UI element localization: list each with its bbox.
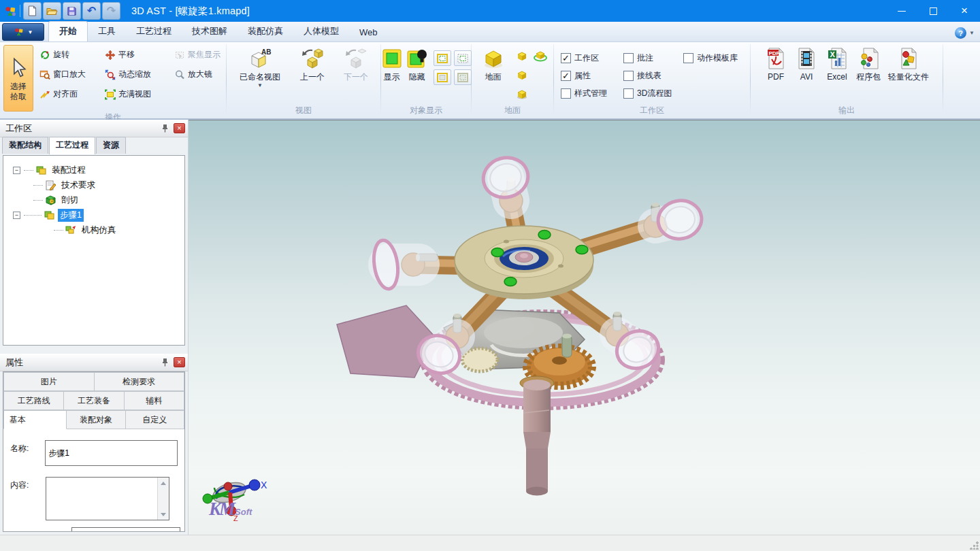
- application-menu-button[interactable]: ▼: [2, 23, 44, 41]
- display-mode-1-button[interactable]: [434, 50, 451, 66]
- tree-item-step1[interactable]: − 步骤1: [3, 207, 184, 222]
- tab-web[interactable]: Web: [349, 24, 388, 41]
- scroll-up-icon[interactable]: [158, 478, 169, 488]
- tab-assembly-structure[interactable]: 装配结构: [2, 137, 48, 154]
- pin-icon[interactable]: [159, 357, 171, 368]
- export-excel-button[interactable]: X Excel: [823, 45, 851, 83]
- checkbox-action-template-lib[interactable]: 动作模板库: [683, 52, 758, 64]
- open-folder-icon: [46, 6, 58, 16]
- help-dropdown-icon[interactable]: ▼: [969, 30, 975, 36]
- close-button[interactable]: ×: [949, 0, 980, 22]
- viewport-3d[interactable]: X Z KMSoft: [189, 120, 980, 535]
- resize-grip[interactable]: [970, 541, 979, 550]
- open-file-button[interactable]: [43, 2, 61, 20]
- ground-floor-button[interactable]: [515, 68, 529, 84]
- pdf-icon: PDF: [764, 47, 787, 70]
- tab-human-model[interactable]: 人体模型: [293, 22, 349, 41]
- help-icon[interactable]: ?: [955, 27, 966, 39]
- tab-process-tree[interactable]: 工艺过程: [49, 137, 95, 154]
- checkbox-annotation[interactable]: 批注: [623, 52, 683, 64]
- group-label-ground: 地面: [472, 105, 553, 118]
- display-mode-3-button[interactable]: [434, 69, 451, 85]
- fit-view-button[interactable]: 充满视图: [103, 87, 172, 101]
- prop-tab-auxiliary[interactable]: 辅料: [125, 391, 184, 410]
- tree-item-label[interactable]: 技术要求: [59, 179, 97, 192]
- fit-view-label: 充满视图: [118, 88, 151, 100]
- dynamic-zoom-button[interactable]: 动态缩放: [103, 67, 172, 82]
- scroll-down-icon[interactable]: [158, 509, 169, 520]
- named-views-button[interactable]: AB 已命名视图 ▼: [231, 45, 289, 90]
- tree-item-label-selected[interactable]: 步骤1: [58, 209, 84, 222]
- undo-button[interactable]: ↶: [82, 2, 101, 20]
- align-face-button[interactable]: 对齐面: [37, 87, 103, 101]
- content-scrollbar[interactable]: [157, 478, 169, 520]
- tree-item-label[interactable]: 剖切: [59, 194, 80, 207]
- checkbox-style-manager-label: 样式管理: [574, 88, 607, 99]
- prop-tab-custom[interactable]: 自定义: [126, 410, 184, 429]
- prop-tab-process-route[interactable]: 工艺路线: [3, 391, 64, 410]
- pan-button[interactable]: 平移: [103, 48, 172, 62]
- tab-tech-illustration[interactable]: 技术图解: [182, 22, 238, 41]
- prop-tab-assembly-object[interactable]: 装配对象: [67, 410, 125, 429]
- minimize-button[interactable]: [886, 0, 917, 22]
- tab-resources[interactable]: 资源: [96, 137, 126, 154]
- next-view-button[interactable]: 下一个: [336, 45, 376, 83]
- checkbox-3d-flowchart[interactable]: 3D流程图: [623, 88, 683, 99]
- checkbox-style-manager[interactable]: 样式管理: [561, 88, 623, 99]
- new-file-button[interactable]: [23, 2, 42, 20]
- tab-process[interactable]: 工艺过程: [126, 22, 182, 41]
- prop-tab-process-equipment[interactable]: 工艺装备: [64, 391, 124, 410]
- tree-item-mechanism-simulation[interactable]: 机构仿真: [3, 222, 184, 237]
- save-button[interactable]: [63, 2, 81, 20]
- export-lightweight-button[interactable]: 轻量化文件: [885, 45, 932, 83]
- tree-item-label[interactable]: 装配过程: [50, 164, 88, 177]
- show-object-button[interactable]: 显示: [380, 45, 404, 83]
- tree-item-tech-requirements[interactable]: 技术要求: [3, 178, 184, 193]
- rotate-icon: [39, 50, 50, 61]
- expand-toggle-icon[interactable]: −: [13, 167, 20, 174]
- display-mode-4-button[interactable]: [454, 69, 472, 85]
- ground-ring-button[interactable]: [533, 49, 548, 65]
- checkbox-properties[interactable]: ✓ 属性: [561, 70, 623, 82]
- ground-small-button[interactable]: [515, 49, 529, 65]
- properties-close-button[interactable]: ×: [174, 357, 185, 367]
- expand-toggle-icon[interactable]: −: [13, 212, 20, 219]
- tab-start[interactable]: 开始: [48, 21, 88, 41]
- redo-button[interactable]: ↷: [102, 2, 120, 20]
- ground-grid-button[interactable]: [515, 87, 529, 103]
- pin-icon[interactable]: [159, 123, 171, 134]
- export-avi-button[interactable]: AVI: [792, 45, 821, 83]
- previous-view-button[interactable]: 上一个: [291, 45, 333, 83]
- maximize-button[interactable]: [917, 0, 949, 22]
- tab-tools[interactable]: 工具: [88, 22, 126, 41]
- app-menu-dropdown-icon: ▼: [28, 29, 33, 35]
- display-mode-2-button[interactable]: [454, 50, 472, 66]
- prop-tab-inspection[interactable]: 检测要求: [95, 372, 185, 391]
- tab-assembly-simulation[interactable]: 装配仿真: [238, 22, 293, 41]
- rotate-button[interactable]: 旋转: [37, 48, 103, 62]
- tree-item-section[interactable]: 剖切: [3, 193, 184, 207]
- avi-icon: [795, 47, 818, 70]
- name-field-label: 名称:: [10, 440, 45, 466]
- window-zoom-button[interactable]: 窗口放大: [37, 67, 103, 82]
- prop-tab-basic[interactable]: 基本: [3, 410, 67, 429]
- checkbox-workspace[interactable]: ✓ 工作区: [561, 52, 623, 64]
- select-pick-button[interactable]: 选择拾取: [3, 45, 33, 112]
- checkbox-wiring-table[interactable]: 接线表: [623, 70, 683, 82]
- status-bar: [0, 535, 980, 551]
- name-input[interactable]: [45, 440, 178, 466]
- named-views-label: 已命名视图: [240, 72, 280, 82]
- assembly-process-icon: [35, 165, 47, 176]
- tree-item-assembly-process[interactable]: − 装配过程: [3, 163, 184, 178]
- workspace-close-button[interactable]: ×: [174, 123, 185, 133]
- tree-item-label[interactable]: 机构仿真: [80, 224, 118, 237]
- checkbox-annotation-box: [623, 53, 634, 63]
- tree-connector: [33, 200, 43, 201]
- export-pdf-button[interactable]: PDF PDF: [762, 45, 790, 83]
- ground-button[interactable]: 地面: [476, 45, 510, 83]
- checkbox-action-template-lib-box: [683, 53, 693, 63]
- prop-tab-image[interactable]: 图片: [3, 372, 95, 391]
- hide-object-button[interactable]: 隐藏: [404, 45, 430, 83]
- export-package-button[interactable]: 程序包: [853, 45, 883, 83]
- content-textarea[interactable]: [46, 478, 157, 520]
